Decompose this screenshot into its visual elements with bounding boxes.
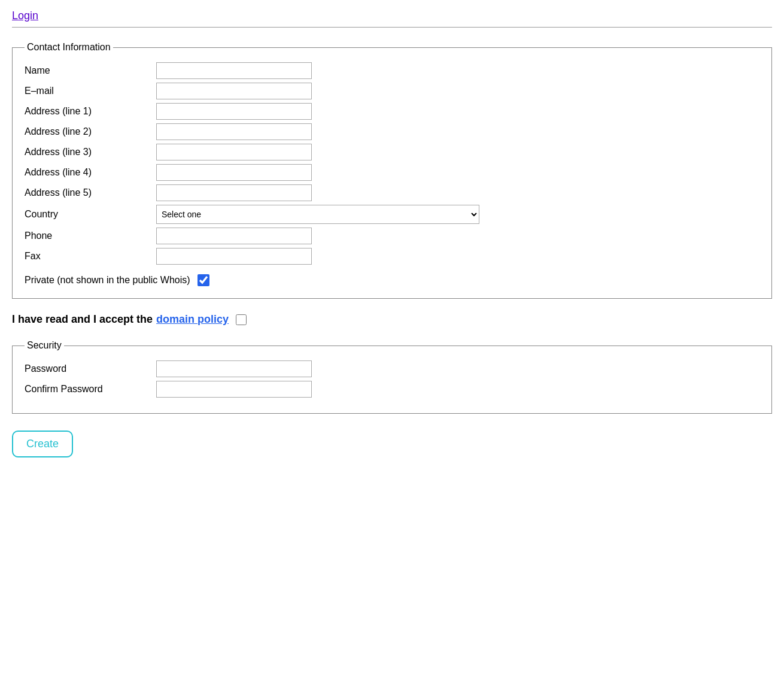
address1-row: Address (line 1) <box>25 103 759 120</box>
confirm-password-input[interactable] <box>156 381 312 398</box>
address5-row: Address (line 5) <box>25 184 759 201</box>
password-row: Password <box>25 360 759 377</box>
address2-input[interactable] <box>156 123 312 140</box>
private-row: Private (not shown in the public Whois) <box>25 274 759 286</box>
policy-row: I have read and I accept the domain poli… <box>12 313 772 326</box>
top-divider <box>12 27 772 28</box>
address1-input[interactable] <box>156 103 312 120</box>
contact-legend: Contact Information <box>25 42 113 53</box>
address5-label: Address (line 5) <box>25 187 156 198</box>
phone-label: Phone <box>25 231 156 241</box>
phone-input[interactable] <box>156 228 312 244</box>
email-row: E–mail <box>25 83 759 99</box>
fax-row: Fax <box>25 248 759 265</box>
address5-input[interactable] <box>156 184 312 201</box>
name-label: Name <box>25 65 156 76</box>
private-label: Private (not shown in the public Whois) <box>25 275 190 286</box>
private-checkbox[interactable] <box>197 274 209 286</box>
password-label: Password <box>25 363 156 374</box>
contact-fieldset: Contact Information Name E–mail Address … <box>12 42 772 299</box>
address4-row: Address (line 4) <box>25 164 759 181</box>
confirm-password-row: Confirm Password <box>25 381 759 398</box>
policy-checkbox[interactable] <box>236 314 247 325</box>
phone-row: Phone <box>25 228 759 244</box>
address4-label: Address (line 4) <box>25 167 156 178</box>
fax-input[interactable] <box>156 248 312 265</box>
password-input[interactable] <box>156 360 312 377</box>
security-fieldset: Security Password Confirm Password <box>12 340 772 414</box>
name-row: Name <box>25 62 759 79</box>
create-button[interactable]: Create <box>12 431 73 457</box>
login-link[interactable]: Login <box>12 10 38 22</box>
name-input[interactable] <box>156 62 312 79</box>
address1-label: Address (line 1) <box>25 106 156 117</box>
country-row: Country Select one <box>25 205 759 224</box>
country-label: Country <box>25 209 156 220</box>
address2-label: Address (line 2) <box>25 126 156 137</box>
address3-label: Address (line 3) <box>25 147 156 157</box>
policy-text: I have read and I accept the <box>12 313 153 326</box>
country-select[interactable]: Select one <box>156 205 479 224</box>
address2-row: Address (line 2) <box>25 123 759 140</box>
security-legend: Security <box>25 340 64 351</box>
policy-link[interactable]: domain policy <box>156 313 229 326</box>
fax-label: Fax <box>25 251 156 262</box>
address3-input[interactable] <box>156 144 312 160</box>
email-label: E–mail <box>25 86 156 96</box>
address4-input[interactable] <box>156 164 312 181</box>
confirm-password-label: Confirm Password <box>25 384 156 395</box>
email-input[interactable] <box>156 83 312 99</box>
address3-row: Address (line 3) <box>25 144 759 160</box>
